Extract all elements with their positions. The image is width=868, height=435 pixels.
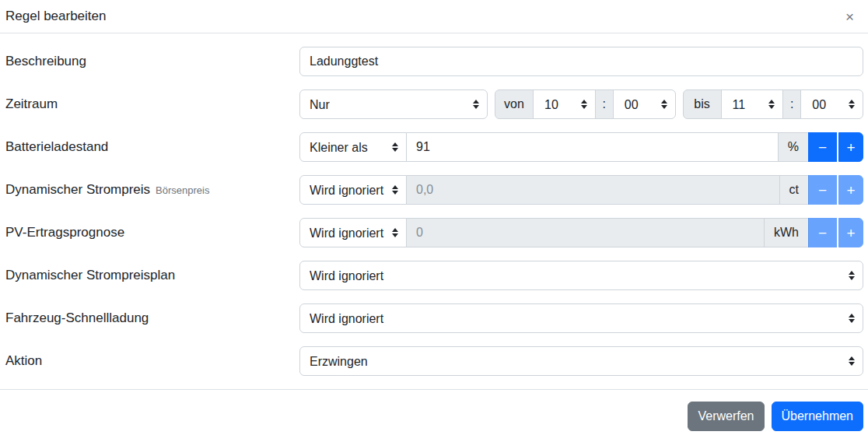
strompreisplan-label: Dynamischer Strompreisplan	[5, 268, 299, 283]
zeitraum-von-group: von 10 : 00	[495, 89, 676, 119]
pv-mode-select[interactable]: Wird ignoriert	[299, 218, 407, 247]
close-icon[interactable]: ×	[841, 8, 859, 26]
dialog-footer: Verwerfen Übernehmen	[0, 389, 868, 435]
batterieladestand-decrement-button[interactable]: −	[808, 132, 837, 162]
aktion-label: Aktion	[5, 353, 299, 369]
ct-unit-addon: ct	[779, 175, 809, 205]
batterieladestand-label: Batterieladestand	[5, 139, 299, 155]
batterieladestand-group: Kleiner als % − +	[299, 132, 863, 162]
bis-minute-select-wrap: 00	[800, 89, 863, 119]
strompreis-decrement-button: −	[808, 175, 837, 205]
zeitraum-bis-group: bis 11 : 00	[683, 89, 864, 119]
bis-hour-select[interactable]: 11	[721, 89, 784, 119]
pv-mode-wrap: Wird ignoriert	[299, 218, 407, 247]
beschreibung-input[interactable]	[299, 47, 863, 76]
row-strompreisplan: Dynamischer Strompreisplan Wird ignorier…	[5, 261, 863, 290]
zeitraum-label: Zeitraum	[5, 96, 299, 112]
bis-colon-separator: :	[782, 89, 801, 119]
zeitraum-mode-select-wrap: Nur	[299, 89, 488, 119]
aktion-select-wrap: Erzwingen	[299, 346, 863, 376]
strompreis-label: Dynamischer StrompreisBörsenpreis	[5, 182, 299, 198]
strompreisplan-select[interactable]: Wird ignoriert	[299, 261, 863, 290]
pv-label: PV-Ertragsprognose	[5, 225, 299, 240]
zeitraum-mode-select[interactable]: Nur	[299, 89, 488, 119]
strompreis-mode-select[interactable]: Wird ignoriert	[299, 175, 407, 205]
pv-group: Wird ignoriert kWh − +	[299, 218, 863, 247]
kwh-unit-addon: kWh	[764, 218, 809, 247]
von-colon-separator: :	[595, 89, 614, 119]
pv-decrement-button: −	[808, 218, 837, 247]
apply-button[interactable]: Übernehmen	[772, 402, 864, 431]
bis-minute-select[interactable]: 00	[800, 89, 863, 119]
row-aktion: Aktion Erzwingen	[5, 346, 863, 376]
aktion-select[interactable]: Erzwingen	[299, 346, 863, 376]
row-beschreibung: Beschreibung	[5, 47, 863, 76]
percent-unit-addon: %	[778, 132, 809, 162]
row-pv-ertragsprognose: PV-Ertragsprognose Wird ignoriert kWh − …	[5, 218, 863, 247]
von-minute-select[interactable]: 00	[613, 89, 676, 119]
strompreis-label-text: Dynamischer Strompreis	[5, 182, 150, 197]
batterieladestand-increment-button[interactable]: +	[838, 132, 863, 162]
schnellladung-select-wrap: Wird ignoriert	[299, 303, 863, 333]
dialog-title: Regel bearbeiten	[5, 9, 106, 24]
von-hour-select-wrap: 10	[533, 89, 596, 119]
row-batterieladestand: Batterieladestand Kleiner als % − +	[5, 132, 863, 162]
pv-increment-button: +	[838, 218, 863, 247]
batterieladestand-comparator-select[interactable]: Kleiner als	[299, 132, 407, 162]
strompreis-sublabel: Börsenpreis	[156, 184, 209, 196]
strompreis-group: Wird ignoriert ct − +	[299, 175, 863, 205]
pv-value-input	[406, 218, 765, 247]
von-minute-select-wrap: 00	[613, 89, 676, 119]
beschreibung-label: Beschreibung	[5, 54, 299, 69]
dialog-body: Beschreibung Zeitraum Nur von 10	[0, 33, 868, 389]
row-strompreis: Dynamischer StrompreisBörsenpreis Wird i…	[5, 175, 863, 205]
von-hour-select[interactable]: 10	[533, 89, 596, 119]
strompreisplan-select-wrap: Wird ignoriert	[299, 261, 863, 290]
batterieladestand-comparator-wrap: Kleiner als	[299, 132, 407, 162]
strompreis-increment-button: +	[838, 175, 863, 205]
row-zeitraum: Zeitraum Nur von 10 : 00	[5, 89, 863, 119]
batterieladestand-value-input[interactable]	[406, 132, 779, 162]
von-addon: von	[495, 89, 534, 119]
strompreis-mode-wrap: Wird ignoriert	[299, 175, 407, 205]
bis-addon: bis	[683, 89, 722, 119]
schnellladung-select[interactable]: Wird ignoriert	[299, 303, 863, 333]
discard-button[interactable]: Verwerfen	[688, 402, 764, 431]
schnellladung-label: Fahrzeug-Schnellladung	[5, 310, 299, 326]
strompreis-value-input	[406, 175, 780, 205]
bis-hour-select-wrap: 11	[721, 89, 784, 119]
edit-rule-dialog: Regel bearbeiten × Beschreibung Zeitraum…	[0, 0, 868, 435]
row-schnellladung: Fahrzeug-Schnellladung Wird ignoriert	[5, 303, 863, 333]
dialog-header: Regel bearbeiten ×	[0, 0, 868, 33]
